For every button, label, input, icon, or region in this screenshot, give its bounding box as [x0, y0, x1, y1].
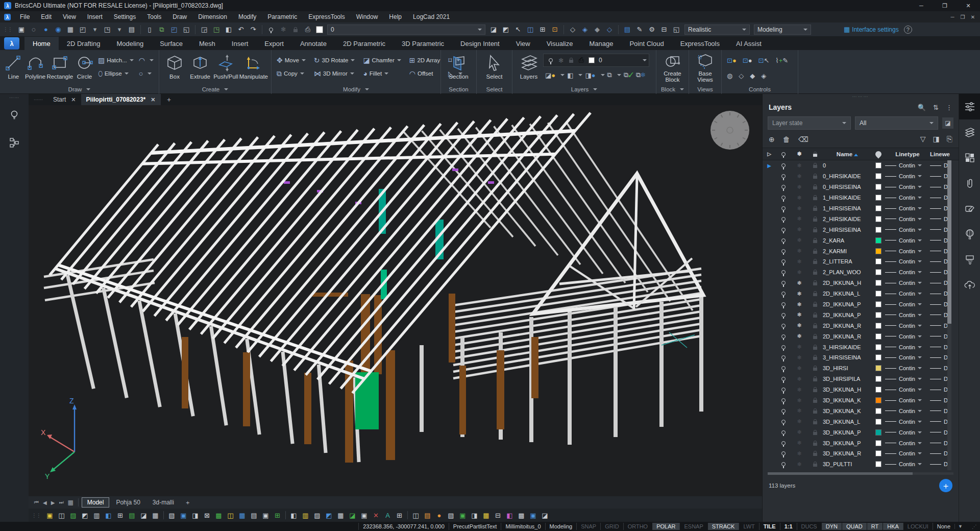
layer-on-icon[interactable]	[776, 281, 791, 285]
hot-air-balloon-icon[interactable]	[959, 222, 980, 247]
structure-tree-icon[interactable]	[7, 135, 22, 150]
current-color-swatch[interactable]	[316, 26, 323, 33]
layer-lineweight[interactable]: De	[930, 440, 959, 446]
ribbon-tab-2d-parametric[interactable]: 2D Parametric	[335, 37, 394, 50]
ribbon-tab-3d-parametric[interactable]: 3D Parametric	[394, 37, 452, 50]
drawing-aid-icon[interactable]: ⊠	[201, 510, 213, 521]
name-column-header[interactable]: Name	[823, 151, 872, 157]
base-views-button[interactable]: BaseViews	[692, 52, 718, 83]
menu-window[interactable]: Window	[351, 11, 384, 22]
layer-freeze-icon[interactable]: ❄	[791, 311, 807, 318]
aidbar-grip[interactable]: ⋮⋮	[29, 513, 44, 518]
layer-color-swatch[interactable]	[872, 184, 885, 190]
pushpull-button[interactable]: Push/Pull	[213, 52, 238, 83]
layer-on-icon[interactable]	[776, 355, 791, 359]
drawing-aid-icon[interactable]: ▧	[445, 510, 457, 521]
toolbar-icon[interactable]: ◱	[180, 24, 192, 35]
ribbon-tab-design-intent[interactable]: Design Intent	[452, 37, 508, 50]
layer-linetype[interactable]: Contin	[885, 312, 930, 318]
add-sheet-button[interactable]: ＋	[181, 498, 195, 507]
layer-lineweight[interactable]: De	[930, 205, 959, 211]
sheet-list-icon[interactable]: ▦	[66, 499, 75, 506]
layer-color-swatch[interactable]	[872, 173, 885, 179]
rectangle-button[interactable]: Rectangle	[46, 52, 73, 83]
ribbon-layer-value[interactable]: 0	[599, 57, 602, 64]
layer-lock-tool-icon[interactable]: ◧	[567, 71, 573, 79]
layer-row[interactable]: ❄3D_IKKUNA_LContinDe	[763, 416, 959, 427]
layer-linetype[interactable]: Contin	[885, 397, 930, 403]
layer-lineweight[interactable]: De	[930, 408, 959, 414]
expand-column-icon[interactable]: ▷	[763, 151, 776, 157]
menu-tools[interactable]: Tools	[141, 11, 167, 22]
menu-modify[interactable]: Modify	[233, 11, 262, 22]
mirror3d-button[interactable]: ⋈ 3D Mirror	[312, 68, 357, 79]
layer-lock-icon[interactable]	[807, 174, 823, 179]
help-icon[interactable]: ?	[904, 26, 912, 34]
layer-lock-icon[interactable]	[807, 184, 823, 189]
layer-lineweight[interactable]: De	[930, 312, 959, 318]
layer-color-swatch[interactable]	[872, 429, 885, 436]
chamfer-button[interactable]: ◪ Chamfer	[361, 55, 403, 66]
layer-lineweight[interactable]: De	[930, 248, 959, 254]
toolbar-icon[interactable]: ▾	[89, 24, 101, 35]
layer-linetype[interactable]: Contin	[885, 205, 930, 211]
toolbar-icon[interactable]: ↶	[235, 24, 247, 35]
layer-state-dropdown[interactable]: Layer state	[768, 116, 851, 130]
layer-freeze-icon[interactable]: ❄	[791, 407, 807, 414]
layer-row[interactable]: ❄2D_IKKUNA_LContinDe	[763, 288, 959, 299]
layers-panel-icon[interactable]	[959, 119, 980, 145]
layer-lineweight[interactable]: De	[930, 195, 959, 201]
layer-linetype[interactable]: Contin	[885, 269, 930, 275]
toolbar-icon[interactable]: ↷	[247, 24, 259, 35]
menu-insert[interactable]: Insert	[82, 11, 108, 22]
layer-linetype[interactable]: Contin	[885, 237, 930, 244]
layer-on-icon[interactable]	[776, 345, 791, 349]
layer-row[interactable]: ❄2D_IKKUNA_RContinDe	[763, 320, 959, 331]
ribbon-tab-modeling[interactable]: Modeling	[108, 37, 152, 50]
layer-lock-icon[interactable]	[807, 430, 823, 435]
toolbar-icon[interactable]: ✎	[633, 24, 646, 35]
toolbar-icon[interactable]: ◇	[603, 24, 616, 35]
toolbar-icon[interactable]: ◱	[670, 24, 682, 35]
drawing-aid-icon[interactable]: A	[382, 510, 394, 521]
drawing-aid-icon[interactable]: ⊞	[394, 510, 405, 521]
layer-on-icon[interactable]	[776, 174, 791, 178]
navigation-wheel[interactable]	[710, 111, 749, 150]
layer-lock-icon[interactable]	[807, 451, 823, 456]
layer-lineweight[interactable]: De	[930, 237, 959, 244]
layer-row[interactable]: ❄3D_IKKUNA_KContinDe	[763, 395, 959, 406]
layer-freeze-icon[interactable]: ❄	[277, 24, 289, 35]
fillet-button[interactable]: ◕ Fillet	[361, 68, 403, 79]
layer-lock-icon[interactable]	[807, 227, 823, 232]
vertical-scrollbar[interactable]	[947, 160, 951, 470]
toolbar-icon[interactable]: ◈	[579, 24, 591, 35]
layer-lock-icon[interactable]	[807, 238, 823, 243]
layer-lock-icon[interactable]	[807, 302, 823, 307]
donut-dropdown-button[interactable]: ○	[137, 68, 156, 79]
drawing-aid-icon[interactable]: ⊟	[492, 510, 504, 521]
interface-settings-link[interactable]: ▦ Interface settings	[844, 26, 899, 33]
drawing-aid-icon[interactable]: ◫	[225, 510, 236, 521]
toolbar-icon[interactable]: ●	[40, 24, 52, 35]
drawing-aid-icon[interactable]: ✕	[370, 510, 382, 521]
layer-linetype[interactable]: Contin	[885, 162, 930, 168]
ribbon-tab-home[interactable]: Home	[24, 37, 59, 50]
layer-lineweight[interactable]: De	[930, 450, 959, 456]
layer-new-icon[interactable]: ⧉❄	[636, 71, 645, 79]
layer-color-swatch[interactable]	[872, 450, 885, 456]
layer-on-icon[interactable]	[776, 420, 791, 424]
drawing-aid-icon[interactable]: ▣	[457, 510, 469, 521]
drawing-aid-icon[interactable]: ◪	[138, 510, 150, 521]
layer-lock-icon[interactable]	[807, 398, 823, 403]
group-label-draw[interactable]: Draw	[0, 85, 159, 94]
layer-freeze-icon[interactable]: ❄	[791, 237, 807, 244]
drawing-aid-icon[interactable]: ◩	[79, 510, 91, 521]
layer-color-swatch[interactable]	[872, 461, 885, 467]
layer-lineweight[interactable]: De	[930, 429, 959, 436]
sidebar-grip[interactable]: ⋯⋯	[9, 95, 19, 100]
drawing-aid-icon[interactable]: ▧	[166, 510, 178, 521]
drawing-aid-icon[interactable]: ▣	[178, 510, 189, 521]
boundary-select-icon[interactable]: ⊡↖	[758, 57, 770, 64]
toolbar-icon[interactable]: ⊡	[549, 24, 561, 35]
layer-freeze-icon[interactable]: ❄	[791, 184, 807, 190]
